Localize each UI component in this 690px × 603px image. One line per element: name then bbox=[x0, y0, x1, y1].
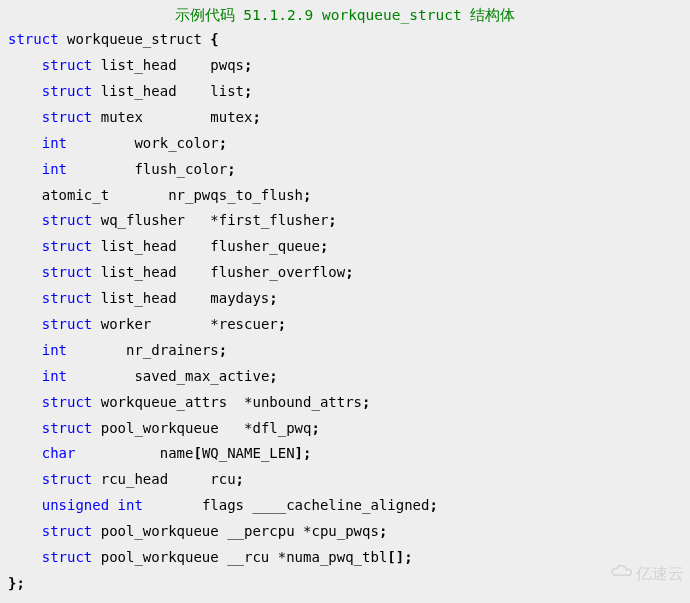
keyword-token: struct bbox=[42, 290, 93, 306]
text-token: list_head flusher_queue bbox=[92, 238, 320, 254]
punct-token: ; bbox=[320, 238, 328, 254]
punct-token: ; bbox=[244, 57, 252, 73]
keyword-token: struct bbox=[42, 420, 93, 436]
code-line: struct pool_workqueue *dfl_pwq; bbox=[8, 420, 320, 436]
text-token bbox=[8, 368, 42, 384]
text-token bbox=[8, 523, 42, 539]
punct-token: ; bbox=[303, 187, 311, 203]
keyword-token: int bbox=[42, 342, 67, 358]
code-line: struct list_head flusher_queue; bbox=[8, 238, 328, 254]
text-token: first_flusher bbox=[219, 212, 329, 228]
code-line: char name[WQ_NAME_LEN]; bbox=[8, 445, 311, 461]
text-token: list_head pwqs bbox=[92, 57, 244, 73]
keyword-token: unsigned bbox=[42, 497, 109, 513]
punct-token: ; bbox=[244, 83, 252, 99]
keyword-token: struct bbox=[42, 549, 93, 565]
code-line: unsigned int flags ____cacheline_aligned… bbox=[8, 497, 438, 513]
code-block: struct workqueue_struct { struct list_he… bbox=[0, 27, 690, 597]
text-token: workqueue_struct bbox=[59, 31, 211, 47]
text-token: * bbox=[210, 316, 218, 332]
text-token bbox=[8, 264, 42, 280]
text-token: mutex mutex bbox=[92, 109, 252, 125]
keyword-token: int bbox=[42, 135, 67, 151]
text-token bbox=[8, 394, 42, 410]
keyword-token: struct bbox=[42, 57, 93, 73]
text-token: numa_pwq_tbl bbox=[286, 549, 387, 565]
text-token bbox=[8, 316, 42, 332]
punct-token: ; bbox=[345, 264, 353, 280]
punct-token: ; bbox=[227, 161, 235, 177]
text-token: name bbox=[75, 445, 193, 461]
text-token: pool_workqueue __rcu bbox=[92, 549, 277, 565]
text-token: worker bbox=[92, 316, 210, 332]
text-token: list_head maydays bbox=[92, 290, 269, 306]
code-line: int flush_color; bbox=[8, 161, 236, 177]
code-line: struct worker *rescuer; bbox=[8, 316, 286, 332]
punct-token: { bbox=[210, 31, 218, 47]
text-token bbox=[8, 471, 42, 487]
text-token bbox=[8, 445, 42, 461]
text-token: nr_drainers bbox=[67, 342, 219, 358]
keyword-token: struct bbox=[42, 523, 93, 539]
text-token: atomic_t nr_pwqs_to_flush bbox=[8, 187, 303, 203]
keyword-token: struct bbox=[42, 212, 93, 228]
text-token bbox=[8, 109, 42, 125]
punct-token: ; bbox=[219, 342, 227, 358]
code-line: struct workqueue_attrs *unbound_attrs; bbox=[8, 394, 370, 410]
text-token: work_color bbox=[67, 135, 219, 151]
text-token bbox=[8, 342, 42, 358]
code-line: struct pool_workqueue __rcu *numa_pwq_tb… bbox=[8, 549, 413, 565]
keyword-token: struct bbox=[8, 31, 59, 47]
code-line: atomic_t nr_pwqs_to_flush; bbox=[8, 187, 311, 203]
text-token: saved_max_active bbox=[67, 368, 269, 384]
text-token: flags ____cacheline_aligned bbox=[143, 497, 430, 513]
snippet-title: 示例代码 51.1.2.9 workqueue_struct 结构体 bbox=[0, 2, 690, 27]
code-line: struct wq_flusher *first_flusher; bbox=[8, 212, 337, 228]
punct-token: ; bbox=[429, 497, 437, 513]
text-token bbox=[8, 83, 42, 99]
text-token bbox=[8, 420, 42, 436]
punct-token: ; bbox=[269, 368, 277, 384]
text-token bbox=[8, 161, 42, 177]
text-token: rcu_head rcu bbox=[92, 471, 235, 487]
keyword-token: char bbox=[42, 445, 76, 461]
keyword-token: struct bbox=[42, 83, 93, 99]
text-token bbox=[8, 212, 42, 228]
punct-token: }; bbox=[8, 575, 25, 591]
punct-token: [ bbox=[193, 445, 201, 461]
code-line: struct rcu_head rcu; bbox=[8, 471, 244, 487]
keyword-token: struct bbox=[42, 264, 93, 280]
code-line: struct list_head list; bbox=[8, 83, 252, 99]
text-token bbox=[8, 57, 42, 73]
text-token: dfl_pwq bbox=[252, 420, 311, 436]
text-token: cpu_pwqs bbox=[311, 523, 378, 539]
text-token: * bbox=[278, 549, 286, 565]
code-snippet-container: 示例代码 51.1.2.9 workqueue_struct 结构体 struc… bbox=[0, 0, 690, 603]
keyword-token: int bbox=[118, 497, 143, 513]
text-token: wq_flusher bbox=[92, 212, 210, 228]
punct-token: ; bbox=[278, 316, 286, 332]
text-token bbox=[109, 497, 117, 513]
keyword-token: struct bbox=[42, 471, 93, 487]
code-line: struct list_head flusher_overflow; bbox=[8, 264, 354, 280]
keyword-token: struct bbox=[42, 316, 93, 332]
code-line: struct list_head pwqs; bbox=[8, 57, 252, 73]
keyword-token: int bbox=[42, 161, 67, 177]
code-line: }; bbox=[8, 575, 25, 591]
keyword-token: struct bbox=[42, 238, 93, 254]
text-token bbox=[8, 497, 42, 513]
punct-token: ; bbox=[311, 420, 319, 436]
code-line: struct mutex mutex; bbox=[8, 109, 261, 125]
text-token bbox=[8, 290, 42, 306]
punct-token: ]; bbox=[295, 445, 312, 461]
text-token: pool_workqueue __percpu bbox=[92, 523, 303, 539]
keyword-token: int bbox=[42, 368, 67, 384]
text-token: list_head flusher_overflow bbox=[92, 264, 345, 280]
code-line: int nr_drainers; bbox=[8, 342, 227, 358]
text-token bbox=[8, 238, 42, 254]
code-line: int saved_max_active; bbox=[8, 368, 278, 384]
text-token bbox=[8, 549, 42, 565]
text-token: WQ_NAME_LEN bbox=[202, 445, 295, 461]
code-line: int work_color; bbox=[8, 135, 227, 151]
text-token: * bbox=[210, 212, 218, 228]
